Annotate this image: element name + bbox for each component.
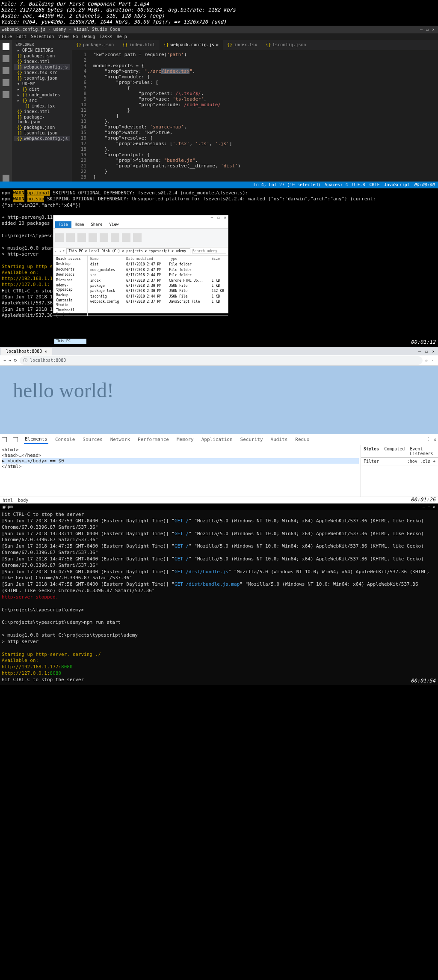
- menu-item[interactable]: File: [2, 34, 12, 39]
- tree-item[interactable]: {}webpack.config.js: [14, 136, 70, 141]
- status-spaces[interactable]: Spaces: 4: [325, 182, 348, 187]
- ribbon-tab[interactable]: File: [55, 221, 71, 228]
- file-row[interactable]: node_modules6/17/2018 2:47 PMFile folder: [89, 268, 227, 272]
- column-header[interactable]: Date modified: [124, 256, 166, 262]
- maximize-button[interactable]: ☐: [217, 215, 219, 221]
- browser-tab[interactable]: localhost:8080 ✕: [1, 348, 52, 355]
- menu-item[interactable]: Edit: [16, 34, 27, 39]
- search-icon[interactable]: [3, 55, 9, 62]
- select-icon[interactable]: [133, 233, 142, 242]
- nav-item[interactable]: OneDrive: [54, 328, 86, 334]
- add-rule-icon[interactable]: +: [433, 459, 435, 464]
- editor-tab[interactable]: {} index.html: [118, 40, 159, 50]
- editor-content[interactable]: 1"kw">const path = require('path')23modu…: [72, 50, 438, 182]
- devtools-tab[interactable]: Performance: [137, 435, 170, 444]
- git-icon[interactable]: [3, 67, 9, 74]
- project-header[interactable]: ▾ UDEMY: [14, 81, 70, 86]
- nav-item[interactable]: [54, 323, 86, 328]
- menu-item[interactable]: View: [58, 34, 68, 39]
- ribbon-tab[interactable]: View: [106, 221, 122, 228]
- file-row[interactable]: package6/17/2018 2:30 PMJSON File1 KB: [89, 284, 227, 288]
- nav-item[interactable]: Backup: [54, 293, 86, 298]
- rename-icon[interactable]: [100, 233, 108, 242]
- open-editor-item[interactable]: {}webpack.config.js: [14, 64, 70, 70]
- styles-filter[interactable]: Filter: [364, 459, 379, 464]
- open-editors-header[interactable]: ▸ OPEN EDITORS: [14, 48, 70, 53]
- maximize-button[interactable]: ☐: [426, 27, 429, 32]
- terminal-1[interactable]: npm WARN optional SKIPPING OPTIONAL DEPE…: [0, 188, 438, 347]
- minimize-button[interactable]: —: [211, 215, 213, 221]
- devtools-elements-panel[interactable]: <html> <head>…</head>▶ <body>…</body> ==…: [0, 445, 361, 497]
- hov-toggle[interactable]: :hov: [407, 459, 417, 464]
- devtools-tab[interactable]: Audits: [270, 435, 289, 444]
- devtools-tab[interactable]: Memory: [176, 435, 195, 444]
- devtools-menu-icon[interactable]: ⋮: [426, 437, 431, 442]
- close-button[interactable]: ✕: [433, 504, 435, 509]
- tree-item[interactable]: {}package-lock.json: [14, 114, 70, 125]
- open-editor-item[interactable]: {}tsconfig.json: [14, 75, 70, 81]
- editor-tab[interactable]: {} index.tsx: [223, 40, 261, 50]
- devtools-tab[interactable]: Security: [240, 435, 264, 444]
- ribbon-tab[interactable]: Share: [87, 221, 106, 228]
- column-header[interactable]: Type: [167, 256, 209, 262]
- delete-icon[interactable]: [89, 233, 97, 242]
- breadcrumb-item[interactable]: body: [18, 498, 28, 503]
- nav-item[interactable]: Pictures: [54, 278, 86, 283]
- explorer-icon[interactable]: [3, 43, 9, 50]
- minimize-button[interactable]: —: [420, 27, 423, 32]
- inspect-icon[interactable]: [2, 437, 7, 442]
- tree-item[interactable]: {}index.tsx: [14, 103, 70, 109]
- vscode-menubar[interactable]: FileEditSelectionViewGoDebugTasksHelp: [0, 33, 438, 40]
- menu-item[interactable]: Tasks: [100, 34, 112, 39]
- nav-item[interactable]: Desktop: [54, 262, 86, 267]
- breadcrumb-item[interactable]: html: [3, 498, 13, 503]
- tree-item[interactable]: ▸ {}dist: [14, 86, 70, 92]
- close-button[interactable]: ✕: [432, 27, 435, 32]
- file-row[interactable]: index6/17/2018 2:37 PMChrome HTML Do...1…: [89, 279, 227, 283]
- status-enc[interactable]: UTF-8: [352, 182, 365, 187]
- editor-tab[interactable]: {} webpack.config.js ✕: [160, 40, 223, 50]
- tree-item[interactable]: {}tsconfig.json: [14, 130, 70, 136]
- nav-item[interactable]: Documents: [54, 267, 86, 272]
- explorer-breadcrumb[interactable]: ← → ↑ This PC > Local Disk (C:) > projec…: [53, 247, 228, 256]
- maximize-button[interactable]: ☐: [425, 349, 428, 354]
- paste-icon[interactable]: [77, 233, 86, 242]
- file-row[interactable]: webpack.config6/17/2018 2:37 PMJavaScrip…: [89, 300, 227, 304]
- tree-item[interactable]: {}index.html: [14, 109, 70, 114]
- new-folder-icon[interactable]: [111, 233, 119, 242]
- nav-item[interactable]: udemy-typescip: [54, 283, 86, 293]
- extensions-icon[interactable]: [3, 91, 9, 98]
- styles-tab[interactable]: Event Listeners: [410, 447, 433, 456]
- menu-item[interactable]: Debug: [83, 34, 95, 39]
- nav-item[interactable]: [54, 334, 86, 339]
- pin-icon[interactable]: [55, 233, 64, 242]
- nav-item[interactable]: This PC: [54, 339, 86, 344]
- devtools-tab[interactable]: Elements: [24, 435, 48, 444]
- styles-tab[interactable]: Computed: [384, 447, 405, 456]
- open-editor-item[interactable]: {}package.json: [14, 53, 70, 59]
- status-lang[interactable]: JavaScript: [384, 182, 410, 187]
- column-header[interactable]: Size: [210, 256, 227, 262]
- menu-item[interactable]: Selection: [31, 34, 54, 39]
- devtools-close-icon[interactable]: ✕: [433, 437, 436, 442]
- gear-icon[interactable]: [3, 175, 9, 182]
- terminal-2[interactable]: Hit CTRL-C to stop the server[Sun Jun 17…: [0, 510, 438, 685]
- close-button[interactable]: ✕: [224, 215, 226, 221]
- debug-icon[interactable]: [3, 79, 9, 86]
- open-editor-item[interactable]: {}index.tsx src: [14, 70, 70, 75]
- device-icon[interactable]: [13, 437, 18, 442]
- tree-item[interactable]: ▸ {}node_modules: [14, 92, 70, 98]
- file-row[interactable]: tsconfig6/17/2018 2:44 PMJSON File1 KB: [89, 295, 227, 299]
- close-tab-icon[interactable]: ✕: [216, 42, 219, 47]
- editor-tab[interactable]: {} package.json: [72, 40, 118, 50]
- tree-item[interactable]: {}package.json: [14, 125, 70, 130]
- ribbon-tab[interactable]: Home: [71, 221, 88, 228]
- properties-icon[interactable]: [122, 233, 130, 242]
- search-input[interactable]: [192, 249, 226, 253]
- minimize-button[interactable]: —: [423, 504, 425, 509]
- file-row[interactable]: package-lock6/17/2018 2:30 PMJSON File14…: [89, 289, 227, 293]
- copy-icon[interactable]: [66, 233, 75, 242]
- reload-icon[interactable]: ⟳: [14, 358, 17, 363]
- close-tab-icon[interactable]: ✕: [44, 349, 47, 354]
- minimize-button[interactable]: —: [418, 349, 421, 354]
